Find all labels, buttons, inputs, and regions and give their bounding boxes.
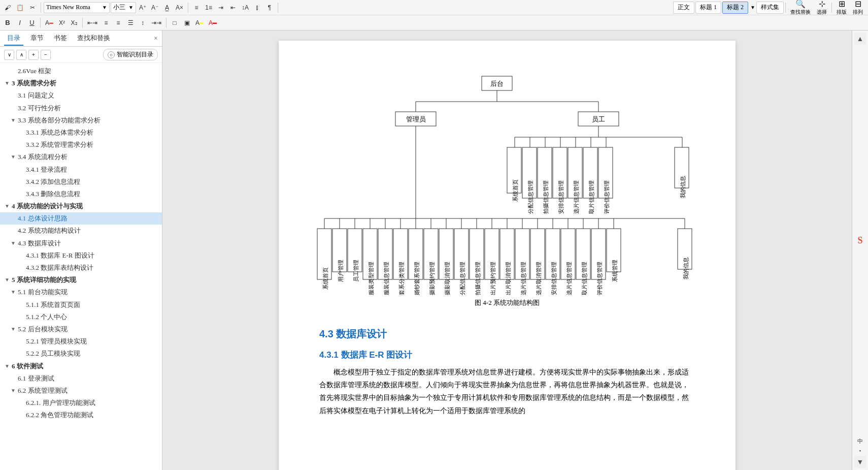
toc-item-4-3-2[interactable]: 4.3.2 数据库表结构设计 <box>0 262 162 274</box>
shading-button[interactable]: ▣ <box>181 17 192 28</box>
toc-item-5-2-1[interactable]: 5.2.1 管理员模块实现 <box>0 335 162 348</box>
toc-item-4-2[interactable]: 4.2 系统功能结构设计 <box>0 225 162 237</box>
font-format-button[interactable]: A̲ <box>161 2 173 13</box>
font-color-button[interactable]: A▬ <box>43 17 55 28</box>
svg-text:后台: 后台 <box>490 80 504 87</box>
toc-item-5-2-2[interactable]: 5.2.2 员工模块实现 <box>0 348 162 360</box>
tab-chapter[interactable]: 章节 <box>27 32 47 46</box>
toc-item-3[interactable]: ▼3 系统需求分析 <box>0 77 162 89</box>
toc-arrow-spacer <box>18 302 24 308</box>
align-left-button[interactable]: ⇤⇥ <box>85 17 99 28</box>
indent-button[interactable]: ⇥ <box>215 2 226 13</box>
tab-bookmark[interactable]: 书签 <box>51 32 70 46</box>
format-brush-icon: 🖌 <box>5 4 11 11</box>
bold-button[interactable]: B <box>2 17 13 28</box>
toc-item-label: 3.3.1 系统总体需求分析 <box>26 128 93 137</box>
tab-toc[interactable]: 目录 <box>4 32 23 46</box>
svg-text:取片信息管理: 取片信息管理 <box>581 262 587 295</box>
toc-item-3-1[interactable]: 3.1 问题定义 <box>0 89 162 102</box>
toc-item-4-3[interactable]: ▼4.3 数据库设计 <box>0 237 162 249</box>
border-button[interactable]: □ <box>169 17 180 28</box>
align-center-button[interactable]: ≡ <box>101 17 112 28</box>
paste-button[interactable]: 📋 <box>14 2 26 13</box>
toc-item-6-2-1[interactable]: 6.2.1. 用户管理功能测试 <box>0 397 162 409</box>
scroll-bottom-button[interactable]: ▼ <box>854 456 866 468</box>
toc-item-4[interactable]: ▼4 系统功能的设计与实现 <box>0 200 162 212</box>
clear-format-button[interactable]: A× <box>174 2 185 13</box>
cut-button[interactable]: ✂ <box>27 2 38 13</box>
style-h1-button[interactable]: 标题 1 <box>695 2 721 14</box>
toc-item-3-3[interactable]: ▼3.3 系统各部分功能需求分析 <box>0 114 162 127</box>
tab-find-replace[interactable]: 查找和替换 <box>74 32 113 46</box>
toc-item-3-4[interactable]: ▼3.4 系统流程分析 <box>0 151 162 163</box>
column-button[interactable]: ⫿ <box>252 2 263 13</box>
style-collection-button[interactable]: 样式集 <box>756 2 784 14</box>
align-button[interactable]: ⊟ 排列 <box>850 1 866 15</box>
toc-item-2-6[interactable]: 2.6Vue 框架 <box>0 65 162 77</box>
toc-item-5[interactable]: ▼5 系统详细功能的实现 <box>0 274 162 286</box>
align-right-button[interactable]: ≡ <box>113 17 124 28</box>
format-brush-button[interactable]: 🖌 <box>2 2 13 13</box>
align-label: 排列 <box>853 9 863 16</box>
toc-nav-up-button[interactable]: ∧ <box>16 50 26 60</box>
toc-item-4-1[interactable]: 4.1 总体设计思路 <box>0 212 162 225</box>
rank-button[interactable]: ⊞ 排版 <box>833 1 850 15</box>
font-name-selector[interactable]: Times New Roma ▼ <box>44 2 110 13</box>
toc-item-6-2-2[interactable]: 6.2.2 角色管理功能测试 <box>0 409 162 421</box>
find-replace-button[interactable]: 🔍 查找替换 <box>787 1 814 15</box>
italic-button[interactable]: I <box>14 17 25 28</box>
toc-item-4-3-1[interactable]: 4.3.1 数据库 E-R 图设计 <box>0 249 162 262</box>
scroll-top-button[interactable]: ▲ <box>854 33 866 45</box>
toc-item-3-3-1[interactable]: 3.3.1 系统总体需求分析 <box>0 127 162 139</box>
style-h2-button[interactable]: 标题 2 <box>722 2 748 14</box>
font-size-selector[interactable]: 小三 ▼ <box>111 2 136 13</box>
font-size-value: 小三 <box>113 3 125 12</box>
more-para-button[interactable]: ¶ <box>264 2 275 13</box>
line-spacing-button[interactable]: ↕ <box>137 17 148 28</box>
document-area[interactable]: 后台 管理员 员工 <box>162 30 852 470</box>
toc-item-6-1[interactable]: 6.1 登录测试 <box>0 372 162 385</box>
toc-item-5-1[interactable]: ▼5.1 前台功能实现 <box>0 286 162 298</box>
toc-item-3-4-2[interactable]: 3.4.2 添加信息流程 <box>0 176 162 188</box>
toc-item-6-2[interactable]: ▼6.2 系统管理测试 <box>0 385 162 397</box>
subscript-button[interactable]: X₂ <box>69 17 80 28</box>
toc-nav-down-button[interactable]: ∨ <box>4 50 14 60</box>
toc-item-5-1-2[interactable]: 5.1.2 个人中心 <box>0 311 162 323</box>
toc-item-3-2[interactable]: 3.2 可行性分析 <box>0 102 162 114</box>
decrease-font-button[interactable]: A⁻ <box>149 2 160 13</box>
svg-text:安排信息管理: 安排信息管理 <box>551 262 557 295</box>
underline-button[interactable]: U <box>26 17 38 28</box>
style-normal-button[interactable]: 正文 <box>673 2 694 14</box>
justify-button[interactable]: ☰ <box>125 17 136 28</box>
unordered-list-button[interactable]: ≡ <box>191 2 202 13</box>
select-button[interactable]: ⊹ 选择 <box>814 1 830 15</box>
toc-arrow-spacer <box>10 215 16 222</box>
sidebar-close-button[interactable]: × <box>154 35 158 43</box>
toc-item-6[interactable]: ▼6 软件测试 <box>0 360 162 372</box>
text-color2-button[interactable]: A▬ <box>207 17 219 28</box>
toc-item-label: 6.1 登录测试 <box>18 374 54 383</box>
ordered-list-button[interactable]: 1≡ <box>203 2 214 13</box>
rank-icon: ⊞ <box>839 0 845 9</box>
toc-item-5-2[interactable]: ▼5.2 后台模块实现 <box>0 323 162 335</box>
superscript-button[interactable]: X² <box>56 17 68 28</box>
svg-text:员工管理: 员工管理 <box>353 260 359 282</box>
toc-item-3-4-1[interactable]: 3.4.1 登录流程 <box>0 164 162 176</box>
highlight-button[interactable]: A▬ <box>193 17 206 28</box>
sort-button[interactable]: ↕A <box>240 2 251 13</box>
toc-item-5-1-1[interactable]: 5.1.1 系统首页页面 <box>0 299 162 311</box>
wps-logo: S <box>857 235 862 246</box>
toc-item-3-4-3[interactable]: 3.4.3 删除信息流程 <box>0 188 162 200</box>
toc-add-button[interactable]: + <box>28 50 39 60</box>
ai-toc-button[interactable]: ○ 智能识别目录 <box>103 49 158 60</box>
svg-text:评价信息管理: 评价信息管理 <box>596 262 603 295</box>
increase-font-button[interactable]: A⁺ <box>137 2 148 13</box>
toc-minus-button[interactable]: − <box>41 50 51 60</box>
svg-text:服装类型管理: 服装类型管理 <box>368 262 374 295</box>
toc-item-3-3-2[interactable]: 3.3.2 系统管理需求分析 <box>0 139 162 151</box>
indent-more-button[interactable]: ⇥⇥ <box>149 17 163 28</box>
separator8 <box>166 18 166 28</box>
outdent-button[interactable]: ⇤ <box>227 2 239 13</box>
toc-item-label: 6.2.2 角色管理功能测试 <box>26 411 93 420</box>
section-4-3-1-title: 4.3.1 数据库 E-R 图设计 <box>319 349 695 361</box>
